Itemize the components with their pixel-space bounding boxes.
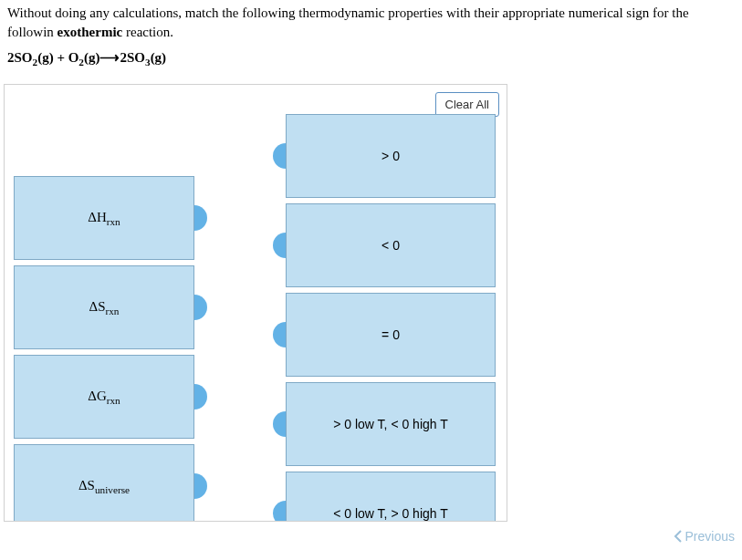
eq-part: (g): [84, 50, 100, 65]
drag-item-delta-g-rxn[interactable]: ΔGrxn: [14, 355, 194, 439]
drag-sub: rxn: [107, 395, 120, 406]
clear-all-button[interactable]: Clear All: [435, 92, 499, 117]
drag-item-delta-s-rxn[interactable]: ΔSrxn: [14, 265, 194, 349]
drag-label: ΔSuniverse: [78, 478, 130, 495]
drop-target-gt0-lowt-lt0-hight[interactable]: > 0 low T, < 0 high T: [286, 382, 496, 466]
drop-socket-icon: [273, 322, 286, 347]
drag-handle-icon[interactable]: [194, 205, 207, 231]
drag-label: ΔHrxn: [88, 210, 120, 227]
drop-label: < 0 low T, > 0 high T: [333, 506, 448, 521]
prompt-text-2: reaction.: [122, 25, 173, 39]
eq-part: (g) + O: [37, 50, 78, 65]
drag-prefix: ΔS: [89, 299, 106, 314]
reaction-equation: 2SO2(g) + O2(g)⟶2SO3(g): [0, 42, 742, 84]
drag-prefix: ΔH: [88, 210, 106, 224]
drop-target-lt-0[interactable]: < 0: [286, 203, 496, 287]
drop-target-gt-0[interactable]: > 0: [286, 114, 496, 198]
previous-button[interactable]: Previous: [673, 529, 735, 544]
drag-sub: rxn: [107, 216, 120, 227]
drag-handle-icon[interactable]: [194, 295, 207, 320]
drop-socket-icon: [273, 143, 286, 169]
eq-part: 2SO: [7, 50, 33, 65]
eq-part: (g): [151, 50, 167, 65]
drop-label: < 0: [381, 238, 400, 253]
drag-handle-icon[interactable]: [194, 473, 207, 499]
drop-label: > 0: [381, 149, 400, 163]
drag-prefix: ΔG: [88, 389, 106, 403]
drag-prefix: ΔS: [78, 478, 95, 493]
drop-socket-icon: [273, 411, 286, 437]
drag-sub: universe: [95, 484, 130, 495]
matching-panel: Clear All ΔHrxn ΔSrxn ΔGrxn ΔSuniverse >…: [4, 84, 507, 522]
drag-label: ΔGrxn: [88, 389, 120, 406]
drop-label: > 0 low T, < 0 high T: [333, 417, 448, 431]
drag-sub: rxn: [106, 306, 120, 316]
drag-item-delta-s-universe[interactable]: ΔSuniverse: [14, 444, 194, 522]
drag-label: ΔSrxn: [89, 299, 120, 316]
prompt-emphasis: exothermic: [57, 25, 123, 39]
draggable-column: ΔHrxn ΔSrxn ΔGrxn ΔSuniverse: [14, 176, 194, 522]
eq-part: 2SO: [120, 50, 145, 65]
chevron-left-icon: [673, 530, 684, 543]
drop-label: = 0: [381, 327, 400, 342]
drag-handle-icon[interactable]: [194, 384, 207, 410]
eq-arrow: ⟶: [99, 50, 120, 65]
question-prompt: Without doing any calculations, match th…: [0, 0, 742, 42]
drop-target-eq-0[interactable]: = 0: [286, 293, 496, 377]
drop-socket-icon: [273, 233, 286, 258]
drop-socket-icon: [273, 501, 286, 522]
drop-target-column: > 0 < 0 = 0 > 0 low T, < 0 high T < 0 lo…: [286, 114, 496, 522]
previous-label: Previous: [685, 529, 735, 544]
drop-target-lt0-lowt-gt0-hight[interactable]: < 0 low T, > 0 high T: [286, 472, 496, 522]
drag-item-delta-h-rxn[interactable]: ΔHrxn: [14, 176, 194, 260]
